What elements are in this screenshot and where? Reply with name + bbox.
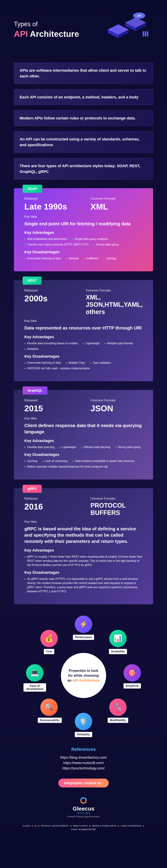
property-node: 🔧 Modifiability — [107, 699, 129, 723]
advantage-bullet: Well established and well known — [24, 237, 67, 241]
property-icon: 🎯 — [123, 664, 141, 682]
formats-label: Common Formats — [90, 399, 143, 402]
released-value: Late 1990s — [24, 202, 77, 212]
hero-illustration: API — [98, 10, 153, 49]
property-label: Performance — [73, 635, 94, 640]
disadvantage-bullet: Verbose — [66, 256, 79, 260]
property-icon: 🔧 — [109, 699, 127, 716]
property-label: Scalability — [109, 649, 127, 654]
arch-card-grpc: gRPC Released 2016 Common Formats PROTOC… — [14, 488, 153, 604]
arch-card-soap: SOAP Released Late 1990s Common Formats … — [14, 188, 153, 271]
reference-link: https://www.mulesoft.com/ — [14, 761, 153, 765]
footer-tag: MOBILE APPS — [73, 825, 88, 827]
formats-value: XML — [90, 202, 143, 212]
separator-icon: ◆ — [31, 825, 33, 827]
disadvantage-bullet: Inefficient — [84, 256, 98, 260]
advantages-heading: Key Advantages — [24, 438, 143, 443]
property-node: ⚡ Performance — [72, 616, 95, 640]
key-idea-text: Single end point URI for fetching / modi… — [24, 221, 143, 227]
footer-tag: MS365 & POWER APPS — [92, 825, 116, 827]
released-value: 2015 — [24, 404, 77, 413]
property-icon: 💰 — [40, 630, 58, 647]
advantage-bullet: Strong data typing — [115, 445, 141, 449]
property-node: 🎯 Simplicity — [121, 664, 143, 688]
property-label: Reliability — [75, 732, 92, 737]
svg-text:API: API — [137, 14, 141, 17]
formats-value: XML, JSON,HTML,YAML, others — [86, 294, 143, 316]
advantage-bullet: Lightweight — [59, 445, 76, 449]
key-idea-label: Key Idea — [24, 215, 143, 219]
property-node: 📊 Scalability — [107, 630, 129, 654]
disadvantages-heading: Key Disadvantages — [24, 250, 143, 254]
header: Types of API Architecture API — [14, 10, 153, 49]
properties-diagram: Properties to look for while choosing an… — [23, 615, 144, 736]
title-big: API Architecture — [14, 29, 79, 39]
formats-label: Common Formats — [90, 497, 143, 500]
footer-tag: CLOUD — [23, 825, 30, 827]
property-node: 🛡️ Reliability — [72, 713, 95, 737]
key-idea-text: gRPC is based around the idea of definin… — [24, 526, 143, 545]
property-label: Discoverability — [38, 718, 62, 723]
property-icon: 💻 — [26, 664, 44, 682]
property-label: Simplicity — [123, 683, 141, 688]
arch-tag: GraphQL — [23, 386, 48, 395]
intro-box: An API can be constructed using a variet… — [14, 131, 153, 153]
key-idea-label: Key Idea — [24, 416, 143, 420]
footer-tags: CLOUD◆AI◆PRODUCT DEVELOPMENT◆MOBILE APPS… — [14, 825, 153, 831]
intro-box: There are four types of API architecture… — [14, 158, 153, 180]
advantage-bullet: Efficient data fetching — [81, 445, 110, 449]
advantage-bullet: Lightweight — [83, 341, 100, 345]
property-label: Cost — [44, 649, 54, 654]
released-label: Released — [24, 399, 77, 402]
advantage-bullet: Flexible data querying — [24, 445, 54, 449]
released-label: Released — [24, 497, 77, 500]
title-block: Types of API Architecture — [14, 21, 79, 39]
arch-tag: gRPC — [23, 485, 42, 493]
logo-name: Gleecus — [14, 806, 153, 812]
logo-block: Gleecus TECHLABS Forward Thinking Digita… — [14, 796, 153, 818]
intro-box: APIs are software intermediaries that al… — [14, 62, 153, 84]
logo-icon — [78, 796, 89, 805]
intro-box: Modern APIs follow certain rules or prot… — [14, 110, 153, 126]
reference-link: https://yourtechnology.com/ — [14, 766, 153, 770]
title-small: Types of — [14, 21, 79, 28]
separator-icon: ◆ — [89, 825, 91, 827]
property-icon: 📊 — [109, 630, 127, 647]
disadvantage-bullet: Makes separate multiple request/response… — [24, 465, 143, 469]
key-idea-text: Client defines response data that it nee… — [24, 422, 143, 435]
title-main: Architecture — [30, 29, 79, 38]
advantages-heading: Key Advantages — [24, 230, 143, 235]
property-node: 🔍 Discoverability — [38, 699, 60, 723]
disadvantage-bullet: Type validation — [90, 361, 111, 365]
reference-link: https://blog.dreamfactory.com/ — [14, 755, 153, 760]
property-icon: ⚡ — [75, 616, 92, 633]
separator-icon: ◆ — [38, 825, 39, 827]
released-label: Released — [24, 197, 77, 200]
property-label: Ease of development — [24, 683, 46, 692]
key-idea-label: Key Idea — [24, 319, 143, 323]
logo-sub: TECHLABS — [14, 812, 153, 814]
key-idea-text: Data represented as resources over HTTP … — [24, 325, 143, 331]
arch-card-rest: REST Released 2000s Common Formats XML, … — [14, 280, 153, 381]
advantage-bullet: Stateless — [24, 347, 38, 351]
footer-tag: PRODUCT DEVELOPMENT — [41, 825, 68, 827]
property-node: 💰 Cost — [38, 630, 60, 654]
property-icon: 🔍 — [40, 699, 58, 716]
intro-box: Each API consists of an endpoint, a meth… — [14, 89, 153, 105]
logo-tagline: Forward Thinking Digital Innovation — [14, 815, 153, 818]
disadvantages-heading: Key Disadvantages — [24, 570, 143, 575]
property-icon: 🛡️ — [75, 713, 92, 730]
footer-tag: USER EXPERIENCE — [121, 825, 142, 827]
disadvantages-heading: Key Disadvantages — [24, 354, 143, 359]
center-accent: API Architecture — [72, 678, 100, 682]
arch-tag: REST — [23, 277, 41, 285]
properties-center: Properties to look for while choosing an… — [61, 653, 106, 698]
separator-icon: ◆ — [70, 825, 72, 827]
disadvantages-heading: Key Disadvantages — [24, 453, 143, 457]
key-idea-label: Key Idea — [24, 520, 143, 524]
advantage-bullet: Transfer over many protocols (HTTP, SMTP… — [24, 243, 88, 247]
disadvantage-bullet: Over/under fetching of data — [24, 361, 61, 365]
property-node: 💻 Ease of development — [24, 664, 46, 692]
arch-card-graphql: GraphQL Released 2015 Common Formats JSO… — [14, 390, 153, 479]
advantage-bullet: gRPC is roughly 7 times faster than REST… — [24, 555, 143, 567]
